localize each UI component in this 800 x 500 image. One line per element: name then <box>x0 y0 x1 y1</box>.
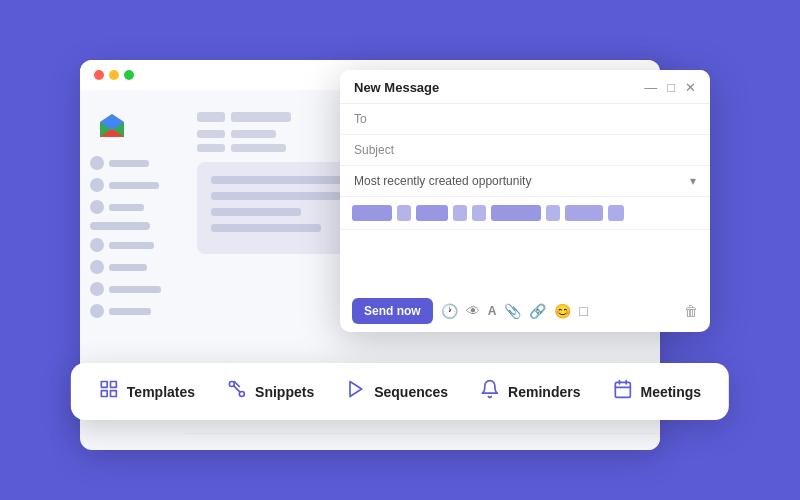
feature-item-sequences[interactable]: Sequences <box>346 379 448 404</box>
svg-rect-3 <box>101 391 107 397</box>
close-button[interactable]: ✕ <box>685 81 696 94</box>
feature-item-snippets[interactable]: Snippets <box>227 379 314 404</box>
toolbar-block-2[interactable] <box>397 205 411 221</box>
dot-green <box>124 70 134 80</box>
toolbar-block-8[interactable] <box>565 205 603 221</box>
compose-to-field[interactable]: To <box>340 104 710 135</box>
feature-item-reminders[interactable]: Reminders <box>480 379 580 404</box>
text-format-icon[interactable]: A <box>488 304 497 318</box>
toolbar-block-5[interactable] <box>472 205 486 221</box>
svg-marker-8 <box>350 382 362 397</box>
feature-bar: Templates Snippets Sequences Reminders <box>71 363 729 420</box>
compose-select-row[interactable]: Most recently created opportunity ▾ <box>340 166 710 197</box>
sequences-icon <box>346 379 366 404</box>
reminders-label: Reminders <box>508 384 580 400</box>
chevron-down-icon: ▾ <box>690 174 696 188</box>
meetings-icon <box>612 379 632 404</box>
subject-label: Subject <box>354 143 404 157</box>
toolbar-block-4[interactable] <box>453 205 467 221</box>
compose-title: New Message <box>354 80 439 95</box>
svg-rect-2 <box>111 391 117 397</box>
toolbar-block-1[interactable] <box>352 205 392 221</box>
to-label: To <box>354 112 404 126</box>
compose-header-actions: — □ ✕ <box>644 81 696 94</box>
toolbar-block-3[interactable] <box>416 205 448 221</box>
snippets-label: Snippets <box>255 384 314 400</box>
snippets-icon <box>227 379 247 404</box>
compose-bottom-toolbar: Send now 🕐 👁 A 📎 🔗 😊 □ 🗑 <box>340 290 710 332</box>
svg-rect-0 <box>101 382 107 388</box>
templates-label: Templates <box>127 384 195 400</box>
clock-icon[interactable]: 🕐 <box>441 303 458 319</box>
eye-icon[interactable]: 👁 <box>466 303 480 319</box>
compose-header: New Message — □ ✕ <box>340 70 710 104</box>
toolbar-block-accent[interactable] <box>608 205 624 221</box>
templates-icon <box>99 379 119 404</box>
link-icon[interactable]: 🔗 <box>529 303 546 319</box>
svg-rect-1 <box>111 382 117 388</box>
send-now-button[interactable]: Send now <box>352 298 433 324</box>
compose-subject-field[interactable]: Subject <box>340 135 710 166</box>
compose-format-toolbar <box>340 197 710 230</box>
trash-icon[interactable]: 🗑 <box>684 303 698 319</box>
compose-body[interactable] <box>340 230 710 290</box>
select-text: Most recently created opportunity <box>354 174 531 188</box>
dot-yellow <box>109 70 119 80</box>
meetings-label: Meetings <box>640 384 701 400</box>
image-icon[interactable]: □ <box>579 303 587 319</box>
reminders-icon <box>480 379 500 404</box>
sequences-label: Sequences <box>374 384 448 400</box>
maximize-button[interactable]: □ <box>667 81 675 94</box>
minimize-button[interactable]: — <box>644 81 657 94</box>
dot-red <box>94 70 104 80</box>
window-dots <box>94 70 134 80</box>
toolbar-block-6[interactable] <box>491 205 541 221</box>
toolbar-block-7[interactable] <box>546 205 560 221</box>
attachment-icon[interactable]: 📎 <box>504 303 521 319</box>
feature-item-templates[interactable]: Templates <box>99 379 195 404</box>
svg-rect-9 <box>615 382 630 397</box>
compose-modal: New Message — □ ✕ To Subject Most recent… <box>340 70 710 332</box>
emoji-icon[interactable]: 😊 <box>554 303 571 319</box>
feature-item-meetings[interactable]: Meetings <box>612 379 701 404</box>
send-label: Send now <box>364 304 421 318</box>
